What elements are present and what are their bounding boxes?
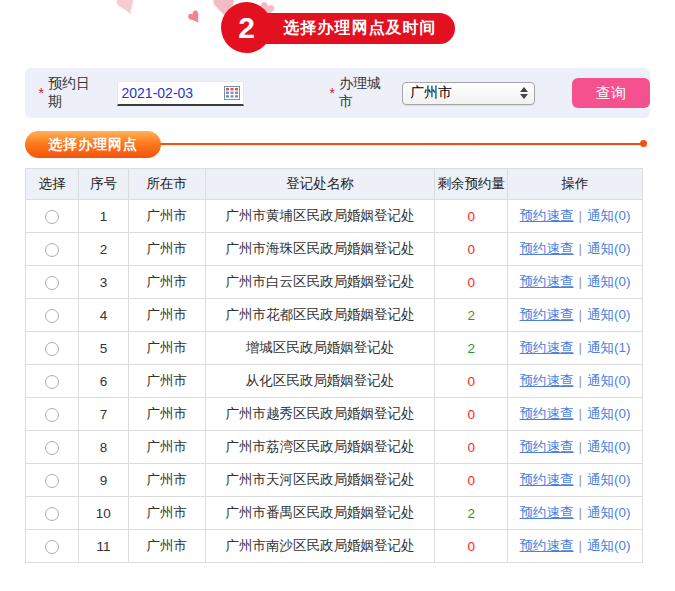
branch-radio[interactable] [45, 309, 59, 323]
branch-radio[interactable] [45, 243, 59, 257]
quick-check-link[interactable]: 预约速查 [520, 472, 574, 487]
row-remaining: 0 [435, 464, 508, 497]
link-separator: | [579, 373, 583, 388]
notice-link[interactable]: 通知(0) [587, 241, 631, 256]
row-actions: 预约速查|通知(0) [508, 464, 643, 497]
required-mark: * [330, 85, 335, 101]
notice-link[interactable]: 通知(0) [587, 307, 631, 322]
branch-radio[interactable] [45, 408, 59, 422]
quick-check-link[interactable]: 预约速查 [520, 274, 574, 289]
row-city: 广州市 [128, 398, 205, 431]
city-select[interactable]: 广州市 [402, 82, 535, 105]
table-row: 7 广州市 广州市越秀区民政局婚姻登记处 0 预约速查|通知(0) [26, 398, 643, 431]
row-remaining: 2 [435, 497, 508, 530]
heart-icon: ♥ [110, 0, 141, 23]
notice-link[interactable]: 通知(1) [587, 340, 631, 355]
branch-radio[interactable] [45, 540, 59, 554]
row-city: 广州市 [128, 431, 205, 464]
notice-link[interactable]: 通知(0) [587, 538, 631, 553]
branch-radio[interactable] [45, 342, 59, 356]
link-separator: | [579, 472, 583, 487]
quick-check-link[interactable]: 预约速查 [520, 505, 574, 520]
row-no: 5 [78, 332, 128, 365]
quick-check-link[interactable]: 预约速查 [520, 340, 574, 355]
quick-check-link[interactable]: 预约速查 [520, 406, 574, 421]
row-remaining: 2 [435, 332, 508, 365]
row-actions: 预约速查|通知(0) [508, 431, 643, 464]
table-row: 11 广州市 广州市南沙区民政局婚姻登记处 0 预约速查|通知(0) [26, 530, 643, 563]
branch-radio[interactable] [45, 375, 59, 389]
row-remaining: 0 [435, 365, 508, 398]
branch-radio[interactable] [45, 210, 59, 224]
quick-check-link[interactable]: 预约速查 [520, 538, 574, 553]
link-separator: | [579, 406, 583, 421]
row-no: 7 [78, 398, 128, 431]
row-remaining: 0 [435, 233, 508, 266]
row-actions: 预约速查|通知(0) [508, 398, 643, 431]
row-office-name: 广州市黄埔区民政局婚姻登记处 [205, 200, 435, 233]
notice-link[interactable]: 通知(0) [587, 505, 631, 520]
notice-link[interactable]: 通知(0) [587, 208, 631, 223]
link-separator: | [579, 307, 583, 322]
step-number: 2 [238, 11, 255, 45]
col-header-no: 序号 [78, 169, 128, 200]
col-header-actions: 操作 [508, 169, 643, 200]
row-remaining: 0 [435, 530, 508, 563]
table-row: 10 广州市 广州市番禺区民政局婚姻登记处 2 预约速查|通知(0) [26, 497, 643, 530]
quick-check-link[interactable]: 预约速查 [520, 241, 574, 256]
branch-radio[interactable] [45, 474, 59, 488]
row-office-name: 广州市花都区民政局婚姻登记处 [205, 299, 435, 332]
quick-check-link[interactable]: 预约速查 [520, 208, 574, 223]
row-office-name: 广州市天河区民政局婚姻登记处 [205, 464, 435, 497]
row-city: 广州市 [128, 365, 205, 398]
date-value[interactable]: 2021-02-03 [118, 85, 224, 101]
row-no: 4 [78, 299, 128, 332]
city-label: 办理城市 [339, 75, 393, 111]
row-no: 11 [78, 530, 128, 563]
branch-radio[interactable] [45, 276, 59, 290]
row-city: 广州市 [128, 464, 205, 497]
quick-check-link[interactable]: 预约速查 [520, 373, 574, 388]
row-office-name: 广州市南沙区民政局婚姻登记处 [205, 530, 435, 563]
quick-check-link[interactable]: 预约速查 [520, 307, 574, 322]
calendar-icon[interactable] [224, 85, 240, 100]
notice-link[interactable]: 通知(0) [587, 406, 631, 421]
table-row: 9 广州市 广州市天河区民政局婚姻登记处 0 预约速查|通知(0) [26, 464, 643, 497]
row-remaining: 0 [435, 266, 508, 299]
row-city: 广州市 [128, 530, 205, 563]
row-actions: 预约速查|通知(0) [508, 233, 643, 266]
row-city: 广州市 [128, 233, 205, 266]
table-row: 2 广州市 广州市海珠区民政局婚姻登记处 0 预约速查|通知(0) [26, 233, 643, 266]
filter-bar: * 预约日期 2021-02-03 * 办理城市 广州市 查询 [25, 68, 650, 118]
link-separator: | [579, 241, 583, 256]
col-header-office: 登记处名称 [205, 169, 435, 200]
row-city: 广州市 [128, 332, 205, 365]
link-separator: | [579, 439, 583, 454]
table-header-row: 选择 序号 所在市 登记处名称 剩余预约量 操作 [26, 169, 643, 200]
row-no: 2 [78, 233, 128, 266]
row-no: 8 [78, 431, 128, 464]
notice-link[interactable]: 通知(0) [587, 439, 631, 454]
branch-radio[interactable] [45, 507, 59, 521]
table-row: 3 广州市 广州市白云区民政局婚姻登记处 0 预约速查|通知(0) [26, 266, 643, 299]
link-separator: | [579, 505, 583, 520]
col-header-select: 选择 [26, 169, 79, 200]
branch-radio[interactable] [45, 441, 59, 455]
row-office-name: 广州市海珠区民政局婚姻登记处 [205, 233, 435, 266]
up-down-arrows-icon [520, 87, 528, 99]
table-row: 6 广州市 从化区民政局婚姻登记处 0 预约速查|通知(0) [26, 365, 643, 398]
step-number-badge: 2 [221, 2, 272, 53]
row-actions: 预约速查|通知(0) [508, 266, 643, 299]
link-separator: | [579, 538, 583, 553]
heart-icon: ♥ [183, 4, 206, 30]
date-input[interactable]: 2021-02-03 [117, 81, 244, 106]
quick-check-link[interactable]: 预约速查 [520, 439, 574, 454]
notice-link[interactable]: 通知(0) [587, 472, 631, 487]
notice-link[interactable]: 通知(0) [587, 373, 631, 388]
required-mark: * [39, 85, 44, 101]
step-title: 选择办理网点及时间 [284, 18, 437, 39]
row-office-name: 广州市荔湾区民政局婚姻登记处 [205, 431, 435, 464]
notice-link[interactable]: 通知(0) [587, 274, 631, 289]
row-remaining: 2 [435, 299, 508, 332]
query-button[interactable]: 查询 [572, 78, 650, 108]
